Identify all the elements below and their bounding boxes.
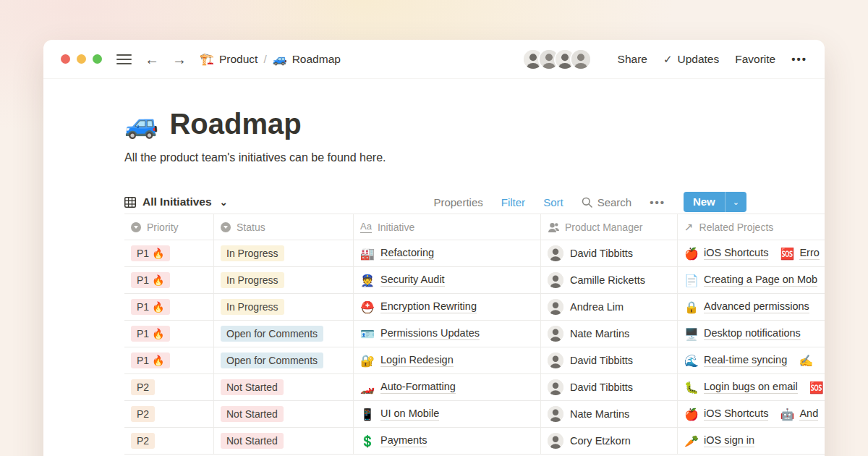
view-toolbar: All Initiatives ⌄ Properties Filter Sort… [124,190,746,214]
car-icon: 🚙 [124,106,158,141]
column-header-product-manager[interactable]: Product Manager [541,214,678,240]
priority-tag[interactable]: P2 [131,406,155,422]
initiative-link[interactable]: Auto-Formatting [380,381,456,394]
related-project-link[interactable]: 🥕iOS sign in [684,434,754,448]
status-tag[interactable]: In Progress [221,245,284,261]
table-row[interactable]: P1 🔥 In Progress ⛑️ Encryption Rewriting… [124,294,825,321]
table-row[interactable]: P2 Not Started 💲 Payments Cory Etzkorn 🥕… [124,428,825,455]
related-project-link[interactable]: 🤖And [780,408,818,421]
related-project-icon: 🍎 [684,408,699,421]
related-project-link[interactable]: 🆘 [809,381,825,394]
status-tag[interactable]: Not Started [221,433,284,449]
status-tag[interactable]: Open for Comments [221,352,323,368]
properties-button[interactable]: Properties [433,196,482,208]
favorite-button[interactable]: Favorite [735,53,775,66]
menu-icon[interactable] [116,54,132,64]
related-project-link[interactable]: 🐛Login bugs on email [684,381,798,394]
table-row[interactable]: P2 Not Started 🏎️ Auto-Formatting David … [124,374,825,401]
column-header-label: Priority [147,221,179,233]
view-more-icon[interactable]: ••• [650,196,665,208]
related-cell: 🖥️Desktop notifications [678,321,825,347]
status-tag[interactable]: Not Started [221,406,284,422]
related-project-label: And [799,408,818,421]
related-project-link[interactable]: 🔒Advanced permissions [684,300,809,314]
column-header-label: Product Manager [565,221,642,233]
close-window-button[interactable] [61,54,70,64]
avatar [548,326,563,342]
table-row[interactable]: P1 🔥 Open for Comments 🪪 Permissions Upd… [124,321,825,347]
initiative-link[interactable]: Payments [380,434,427,447]
status-tag[interactable]: In Progress [221,299,284,315]
forward-arrow-icon[interactable]: → [172,52,187,67]
new-dropdown-chevron-icon[interactable]: ⌄ [726,192,746,212]
initiative-link[interactable]: Login Redesign [380,354,454,367]
avatar [548,272,563,288]
breadcrumb-item-product[interactable]: 🏗️ Product [200,52,258,66]
initiative-link[interactable]: Security Audit [380,274,445,287]
breadcrumb-item-roadmap[interactable]: 🚙 Roadmap [273,52,341,66]
initiative-link[interactable]: Refactoring [380,247,434,260]
priority-tag[interactable]: P1 🔥 [131,272,170,288]
share-button[interactable]: Share [618,53,647,66]
priority-tag[interactable]: P2 [131,379,155,395]
breadcrumb-label: Roadmap [292,53,341,66]
initiative-link[interactable]: Encryption Rewriting [380,300,477,313]
search-label: Search [597,196,632,208]
table-row[interactable]: P2 Not Started 📱 UI on Mobile Nate Marti… [124,401,825,428]
title-property-icon: Aa [360,221,372,233]
column-header-label: Status [237,221,265,233]
related-project-link[interactable]: 📄Creating a Page on Mob [684,274,817,287]
priority-tag[interactable]: P2 [131,433,155,449]
related-project-link[interactable]: 🖥️Desktop notifications [684,327,801,341]
sort-button[interactable]: Sort [543,196,563,208]
table-header-row: Priority Status Aa Initiative Product Ma… [124,214,825,240]
zoom-window-button[interactable] [93,54,102,64]
filter-button[interactable]: Filter [501,196,525,208]
view-switcher[interactable]: All Initiatives ⌄ [124,195,228,208]
priority-tag[interactable]: P1 🔥 [131,245,170,261]
page-description: All the product team's initiatives can b… [124,151,825,164]
updates-button[interactable]: ✓ Updates [663,53,719,66]
related-project-link[interactable]: 🆘Erro [780,247,819,261]
column-header-initiative[interactable]: Aa Initiative [354,214,541,240]
related-cell: 📄Creating a Page on Mob [678,267,825,293]
construction-crane-icon: 🏗️ [200,52,214,66]
manager-name: Cory Etzkorn [570,435,631,447]
related-project-icon: 🌊 [684,354,699,368]
back-arrow-icon[interactable]: ← [145,52,159,67]
status-tag[interactable]: Open for Comments [221,326,323,342]
more-options-icon[interactable]: ••• [791,53,807,65]
related-project-link[interactable]: ✍️ [799,354,818,368]
priority-tag[interactable]: P1 🔥 [131,352,170,368]
table-row[interactable]: P1 🔥 In Progress 🏭 Refactoring David Tib… [124,240,825,267]
related-project-link[interactable]: 🌊Real-time syncing [684,354,787,368]
column-header-related-projects[interactable]: ↗ Related Projects [678,214,825,240]
updates-label: Updates [678,53,720,66]
related-project-label: iOS Shortcuts [704,247,768,260]
table-row[interactable]: P1 🔥 Open for Comments 🔐 Login Redesign … [124,347,825,374]
initiative-icon: 👮 [360,274,375,287]
related-project-icon: 🆘 [809,381,824,394]
chevron-down-icon: ⌄ [220,197,228,208]
column-header-priority[interactable]: Priority [124,214,214,240]
column-header-status[interactable]: Status [214,214,354,240]
avatar [548,299,563,315]
status-tag[interactable]: In Progress [221,272,284,288]
search-button[interactable]: Search [582,196,632,208]
priority-tag[interactable]: P1 🔥 [131,326,170,342]
related-project-link[interactable]: 🍎iOS Shortcuts [684,247,768,261]
manager-name: Nate Martins [570,328,629,339]
breadcrumb: 🏗️ Product / 🚙 Roadmap [200,52,341,66]
status-tag[interactable]: Not Started [221,379,284,395]
initiative-link[interactable]: Permissions Updates [380,327,480,340]
related-project-link[interactable]: 🍎iOS Shortcuts [684,408,768,421]
table-row[interactable]: P1 🔥 In Progress 👮 Security Audit Camill… [124,267,825,294]
new-button[interactable]: New ⌄ [684,192,746,212]
priority-tag[interactable]: P1 🔥 [131,299,170,315]
avatar[interactable] [570,48,592,70]
new-button-label: New [684,192,725,212]
related-cell: 🔒Advanced permissions [678,294,825,320]
relation-property-icon: ↗ [684,221,694,234]
initiative-link[interactable]: UI on Mobile [380,408,439,421]
minimize-window-button[interactable] [77,54,86,64]
